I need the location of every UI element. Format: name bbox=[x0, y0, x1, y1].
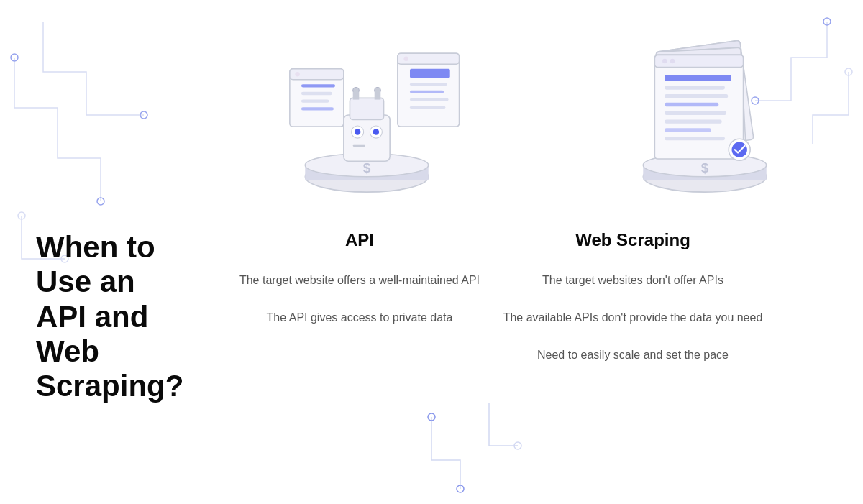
main-layout: When to Use an API and Web Scraping? API… bbox=[0, 0, 863, 504]
api-column-title: API bbox=[223, 230, 496, 250]
scraping-item-2: The available APIs don't provide the dat… bbox=[496, 309, 770, 326]
main-heading: When to Use an API and Web Scraping? bbox=[36, 230, 223, 403]
heading-line5: Scraping? bbox=[36, 369, 183, 403]
heading-line3: API and bbox=[36, 300, 148, 334]
heading-line4: Web bbox=[36, 334, 99, 368]
left-section: When to Use an API and Web Scraping? bbox=[0, 230, 223, 403]
scraping-item-1: The target websites don't offer APIs bbox=[496, 272, 770, 289]
scraping-item-3: Need to easily scale and set the pace bbox=[496, 347, 770, 364]
scraping-column: Web Scraping The target websites don't o… bbox=[496, 230, 770, 384]
scraping-column-title: Web Scraping bbox=[496, 230, 770, 250]
api-item-1: The target website offers a well-maintai… bbox=[223, 272, 496, 289]
api-column: API The target website offers a well-mai… bbox=[223, 230, 496, 347]
api-item-2: The API gives access to private data bbox=[223, 309, 496, 326]
heading-line1: When to bbox=[36, 230, 155, 264]
heading-line2: Use an bbox=[36, 265, 135, 298]
